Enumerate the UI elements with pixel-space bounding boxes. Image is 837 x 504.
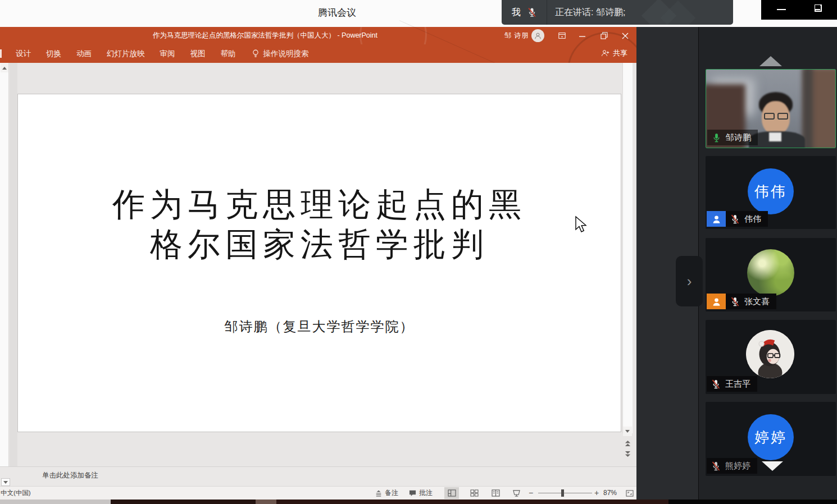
screen: 腾讯会议 我 正在讲话: 邹诗鹏; (0, 0, 837, 504)
meeting-topbar: 腾讯会议 我 正在讲话: 邹诗鹏; (0, 0, 837, 27)
tell-me-label: 操作说明搜索 (263, 49, 309, 59)
thumbnail-pane-edge (10, 63, 17, 466)
participant-name: 伟伟 (744, 214, 761, 224)
slideshow-view-button[interactable] (509, 487, 524, 499)
mic-muted-icon (730, 214, 740, 224)
slide-title[interactable]: 作为马克思理论起点的黑 格尔国家法哲学批判 (18, 184, 621, 264)
avatar-illustration (746, 330, 794, 378)
participant-tile-video[interactable]: 邹诗鹏 (706, 69, 836, 148)
slide-sorter-view-button[interactable] (467, 487, 481, 499)
avatar-initials: 婷婷 (748, 414, 794, 460)
participants-scroll-down-icon[interactable] (762, 461, 783, 471)
notes-pane[interactable]: 单击此处添加备注 (0, 466, 636, 486)
ppt-close-button[interactable] (617, 27, 634, 44)
notes-collapse-button[interactable] (1, 478, 10, 486)
scroll-down-button[interactable] (623, 427, 632, 436)
slide-editing-area: 作为马克思理论起点的黑 格尔国家法哲学批判 邹诗鹏（复旦大学哲学学院） (0, 63, 636, 466)
notes-placeholder[interactable]: 单击此处添加备注 (42, 467, 98, 484)
powerpoint-window: 作为马克思理论起点的黑格尔国家法哲学批判（中国人大） - PowerPoint … (0, 27, 636, 500)
minimize-button[interactable] (777, 9, 786, 10)
language-indicator[interactable]: 中文(中国) (1, 487, 31, 500)
slide-author[interactable]: 邹诗鹏（复旦大学哲学学院） (18, 318, 621, 336)
zoom-out-button[interactable]: − (529, 487, 533, 500)
fit-to-window-button[interactable] (622, 487, 637, 499)
participant-tile[interactable]: 张文喜 (706, 238, 836, 311)
tab-fragment (0, 49, 2, 58)
avatar-initials: 伟伟 (748, 168, 794, 214)
comment-icon (409, 489, 416, 497)
next-slide-button[interactable] (624, 449, 632, 458)
zoom-level[interactable]: 87% (603, 487, 617, 500)
participant-name: 王吉平 (725, 379, 750, 390)
notes-toggle[interactable]: 备注 (375, 487, 398, 500)
chevron-right-icon: › (687, 273, 692, 290)
ribbon-display-options-icon[interactable] (553, 27, 570, 44)
ppt-account-name: 邹 诗朋 (504, 27, 529, 44)
zoom-slider-thumb[interactable] (561, 489, 564, 497)
lightbulb-icon (252, 49, 259, 58)
participant-name-label: 王吉平 (707, 376, 757, 392)
thumbnail-scrollbar[interactable] (0, 63, 9, 466)
tab-slideshow[interactable]: 幻灯片放映 (107, 49, 145, 59)
mic-muted-icon (730, 296, 740, 307)
slide-title-line2: 格尔国家法哲学批判 (18, 224, 621, 264)
person-badge-blue-icon (707, 211, 726, 227)
bottom-strip (668, 500, 837, 504)
ppt-ribbon-tab-bar: 设计 切换 动画 幻灯片放映 审阅 视图 帮助 操作说明搜索 共享 (0, 44, 636, 63)
bottom-strip (256, 500, 276, 504)
person-badge-orange-icon (707, 294, 726, 309)
comments-toggle-label: 批注 (419, 488, 433, 498)
speaking-status-text: 正在讲话: 邹诗鹏; (555, 7, 625, 19)
participant-name-label: 伟伟 (726, 211, 768, 227)
ppt-titlebar: 作为马克思理论起点的黑格尔国家法哲学批判（中国人大） - PowerPoint … (0, 27, 636, 44)
my-mic-muted-icon[interactable] (526, 7, 538, 18)
participant-name: 邹诗鹏 (726, 132, 751, 143)
ppt-minimize-button[interactable] (574, 27, 591, 44)
tab-view[interactable]: 视图 (190, 49, 206, 59)
meeting-logo-icon (661, 1, 695, 25)
participant-name: 熊婷婷 (725, 461, 750, 471)
reading-view-button[interactable] (488, 487, 503, 499)
os-window-controls (761, 0, 837, 20)
me-label: 我 (512, 7, 521, 19)
zoom-slider-track[interactable] (538, 493, 592, 493)
panel-divider (547, 0, 547, 25)
share-label: 共享 (613, 48, 627, 58)
participant-name: 张文喜 (744, 296, 770, 307)
tell-me-search[interactable]: 操作说明搜索 (252, 49, 309, 59)
bottom-strip (0, 500, 111, 504)
ppt-window-title: 作为马克思理论起点的黑格尔国家法哲学批判（中国人大） - PowerPoint (0, 27, 530, 44)
participant-name-label: 张文喜 (726, 294, 776, 309)
participants-scroll-up-icon[interactable] (759, 56, 782, 66)
mic-muted-icon (711, 461, 721, 471)
slide[interactable]: 作为马克思理论起点的黑 格尔国家法哲学批判 邹诗鹏（复旦大学哲学学院） (17, 94, 621, 432)
previous-slide-button[interactable] (624, 439, 632, 448)
tab-help[interactable]: 帮助 (221, 49, 236, 59)
scroll-up-button[interactable] (1, 63, 8, 72)
zoom-in-button[interactable]: + (594, 487, 599, 500)
avatar-photo-foliage (747, 249, 794, 296)
participant-name-label: 熊婷婷 (707, 458, 757, 474)
mouse-cursor (574, 216, 588, 236)
meeting-app-title: 腾讯会议 (253, 0, 421, 27)
slide-title-line1: 作为马克思理论起点的黑 (18, 184, 621, 224)
share-button[interactable]: 共享 (601, 47, 627, 60)
normal-view-button[interactable] (444, 487, 459, 499)
ppt-status-bar: 中文(中国) 备注 批注 − + (0, 486, 636, 500)
participant-tile[interactable]: 伟伟 伟伟 (706, 156, 836, 229)
account-avatar-icon[interactable] (531, 29, 544, 42)
slide-scrollbar[interactable] (622, 63, 633, 433)
sidebar-collapse-button[interactable]: › (676, 256, 703, 306)
tab-transitions[interactable]: 切换 (46, 49, 61, 59)
mic-on-icon (711, 132, 722, 143)
ppt-restore-button[interactable] (595, 27, 612, 44)
tab-review[interactable]: 审阅 (160, 49, 175, 59)
tab-animations[interactable]: 动画 (76, 49, 92, 59)
comments-toggle[interactable]: 批注 (409, 487, 433, 500)
mic-muted-icon (711, 379, 721, 390)
participant-tile[interactable]: 王吉平 (706, 320, 836, 394)
bottom-strip (276, 500, 668, 504)
restore-button[interactable] (815, 4, 822, 12)
notes-icon (375, 490, 382, 497)
tab-design[interactable]: 设计 (16, 49, 31, 59)
